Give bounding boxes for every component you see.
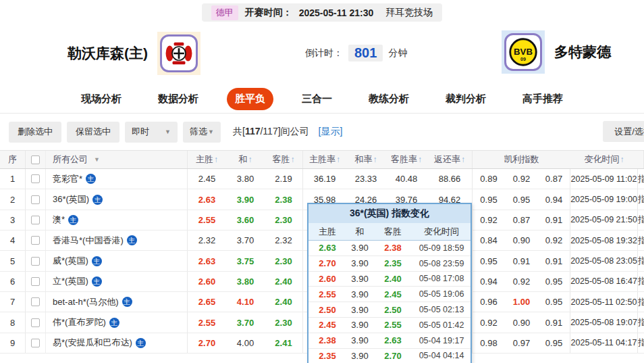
settings-select-company-button[interactable]: 设置/选择 xyxy=(603,121,644,142)
show-link[interactable]: [显示] xyxy=(319,126,343,138)
popup-draw-odds: 3.90 xyxy=(346,289,373,299)
clipped-link[interactable]: 指 xyxy=(638,193,644,205)
col-company[interactable]: 所有公司▼ xyxy=(46,151,188,168)
select-all-checkbox[interactable] xyxy=(31,155,40,164)
popup-row: 2.70 3.90 2.35 05-08 23:59 xyxy=(308,256,471,272)
col-home-odds[interactable]: 主胜↑ xyxy=(188,153,226,166)
col-away-odds[interactable]: 客胜↑ xyxy=(265,151,303,168)
match-info-box: 德甲 开赛时间： 2025-05-11 21:30 拜耳竞技场 xyxy=(202,3,443,22)
popup-change-time: 05-04 19:17 xyxy=(412,336,471,345)
popup-row: 2.35 3.90 2.70 05-04 04:14 xyxy=(308,349,471,363)
clipped-link[interactable]: 指 xyxy=(638,214,644,226)
company-name[interactable]: 香港马*(中国香港) xyxy=(53,235,124,247)
time-filter-dropdown[interactable]: 即时 ▼ xyxy=(125,122,178,143)
row-seq: 5 xyxy=(0,251,26,270)
popup-change-time: 05-05 02:13 xyxy=(412,305,471,314)
kelly-home: 0.96 xyxy=(473,297,505,307)
col-home-rate[interactable]: 主胜率↑ xyxy=(303,153,346,166)
col-draw-rate[interactable]: 和率↑ xyxy=(346,153,385,166)
analysis-nav: 现场分析 数据分析 胜平负 三合一 教练分析 裁判分析 高手推荐 xyxy=(0,85,644,114)
away-team-name: 多特蒙德 xyxy=(554,43,611,62)
clipped-link[interactable]: 指 xyxy=(638,337,644,349)
sort-asc-icon: ↑ xyxy=(373,155,377,164)
delete-selected-button[interactable]: 删除选中 xyxy=(9,122,61,143)
kelly-away: 0.91 xyxy=(538,312,570,332)
away-team-group: BVB 09 多特蒙德 xyxy=(502,30,611,74)
popup-header-row: 主胜 和 客胜 变化时间 xyxy=(308,223,471,241)
popup-row: 2.55 3.90 2.45 05-05 19:06 xyxy=(308,287,471,302)
away-odds: 2.19 xyxy=(265,169,303,189)
popup-row: 2.38 3.90 2.63 05-04 19:17 xyxy=(308,333,471,349)
svg-text:BVB: BVB xyxy=(514,47,533,57)
company-name[interactable]: 威*(英国) xyxy=(53,255,88,267)
company-name[interactable]: bet-at-h*(马尔他) xyxy=(53,296,119,308)
clipped-link[interactable]: 指 xyxy=(638,316,644,329)
row-checkbox[interactable] xyxy=(31,216,40,224)
popup-draw-odds: 3.90 xyxy=(346,305,373,315)
tab-win-draw-lose[interactable]: 胜平负 xyxy=(227,88,273,110)
away-odds: 2.40 xyxy=(265,292,303,312)
tab-data-analysis[interactable]: 数据分析 xyxy=(150,88,207,110)
company-count-current: 117 xyxy=(245,126,261,137)
tab-coach-analysis[interactable]: 教练分析 xyxy=(360,88,417,110)
row-checkbox[interactable] xyxy=(31,318,40,327)
draw-odds: 3.75 xyxy=(226,256,265,266)
home-odds: 2.55 xyxy=(188,215,226,225)
popup-draw-odds: 3.90 xyxy=(346,351,373,361)
row-seq: 9 xyxy=(0,333,26,353)
kelly-away: 0.92 xyxy=(538,231,570,250)
sort-asc-icon: ↑ xyxy=(248,155,252,164)
svg-text:09: 09 xyxy=(520,57,526,62)
company-count: 共[117/117]间公司 xyxy=(233,126,309,138)
company-name[interactable]: 立*(英国) xyxy=(53,275,88,287)
col-away-rate[interactable]: 客胜率↑ xyxy=(385,153,427,166)
clipped-link[interactable]: 指 xyxy=(638,275,644,287)
row-checkbox[interactable] xyxy=(31,174,40,183)
row-checkbox[interactable] xyxy=(31,297,40,306)
home-odds: 2.63 xyxy=(188,195,226,205)
draw-odds: 3.70 xyxy=(226,235,265,245)
col-seq: 序 xyxy=(0,151,26,168)
row-checkbox[interactable] xyxy=(31,236,40,245)
row-checkbox[interactable] xyxy=(31,257,40,266)
row-checkbox[interactable] xyxy=(31,277,40,286)
popup-home-odds: 2.70 xyxy=(308,258,346,268)
tab-live-analysis[interactable]: 现场分析 xyxy=(73,88,130,110)
filter-dropdown[interactable]: 筛选 ▼ xyxy=(183,122,221,143)
kelly-draw: 0.90 xyxy=(505,318,538,328)
change-time: 2025-05-08 19:32 xyxy=(570,231,638,250)
home-odds: 2.32 xyxy=(188,235,226,245)
row-checkbox[interactable] xyxy=(31,195,40,204)
col-draw-odds[interactable]: 和↑ xyxy=(226,153,265,166)
primary-badge-icon: 主 xyxy=(92,195,103,205)
kelly-draw: 0.97 xyxy=(505,338,538,348)
company-name[interactable]: 澳* xyxy=(53,214,65,226)
chevron-down-icon: ▼ xyxy=(165,128,171,135)
keep-selected-button[interactable]: 保留选中 xyxy=(67,122,119,143)
tab-referee-analysis[interactable]: 裁判分析 xyxy=(437,88,494,110)
company-name[interactable]: 伟*(直布罗陀) xyxy=(53,316,106,329)
primary-badge-icon: 主 xyxy=(127,235,137,245)
col-return-rate[interactable]: 返还率↑ xyxy=(427,151,473,168)
clipped-link[interactable]: 指 xyxy=(638,296,644,308)
select-all-checkbox-cell xyxy=(26,151,46,168)
clipped-link[interactable]: 指 xyxy=(638,255,644,267)
odds-page: 德甲 开赛时间： 2025-05-11 21:30 拜耳竞技场 勒沃库森(主) xyxy=(0,0,644,363)
company-name[interactable]: 易*(安提瓜和巴布达) xyxy=(53,337,132,349)
company-name[interactable]: 36*(英国) xyxy=(53,193,89,205)
clipped-link[interactable]: 指 xyxy=(638,173,644,185)
col-change-time[interactable]: 变化时间↑ xyxy=(570,153,638,166)
popup-change-time: 05-08 23:59 xyxy=(412,259,471,268)
popup-title: 36*(英国) 指数变化 xyxy=(308,204,471,223)
clipped-link[interactable]: 指 xyxy=(638,235,644,247)
tab-three-in-one[interactable]: 三合一 xyxy=(294,88,340,110)
kickoff-time: 2025-05-11 21:30 xyxy=(299,7,374,18)
popup-col-home: 主胜 xyxy=(308,226,346,238)
popup-away-odds: 2.63 xyxy=(373,335,412,345)
tab-expert-picks[interactable]: 高手推荐 xyxy=(514,88,571,110)
kelly-away: 0.95 xyxy=(538,292,570,312)
popup-away-odds: 2.50 xyxy=(373,305,412,315)
company-name[interactable]: 竞彩官* xyxy=(53,173,82,185)
row-checkbox[interactable] xyxy=(31,339,40,347)
chevron-down-icon: ▼ xyxy=(208,128,214,135)
